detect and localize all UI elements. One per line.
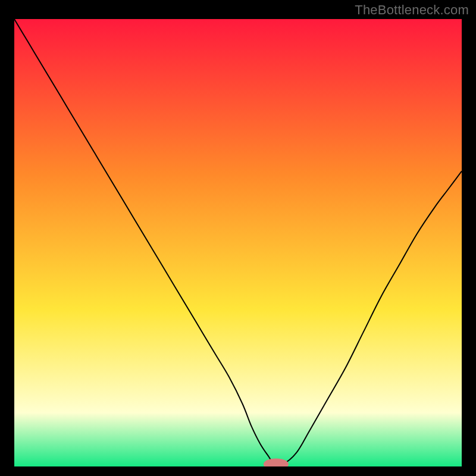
plot-area <box>14 19 462 466</box>
gradient-background <box>14 19 462 466</box>
attribution-label: TheBottleneck.com <box>355 2 469 18</box>
bottleneck-chart <box>14 19 462 466</box>
chart-frame: TheBottleneck.com <box>0 0 476 476</box>
